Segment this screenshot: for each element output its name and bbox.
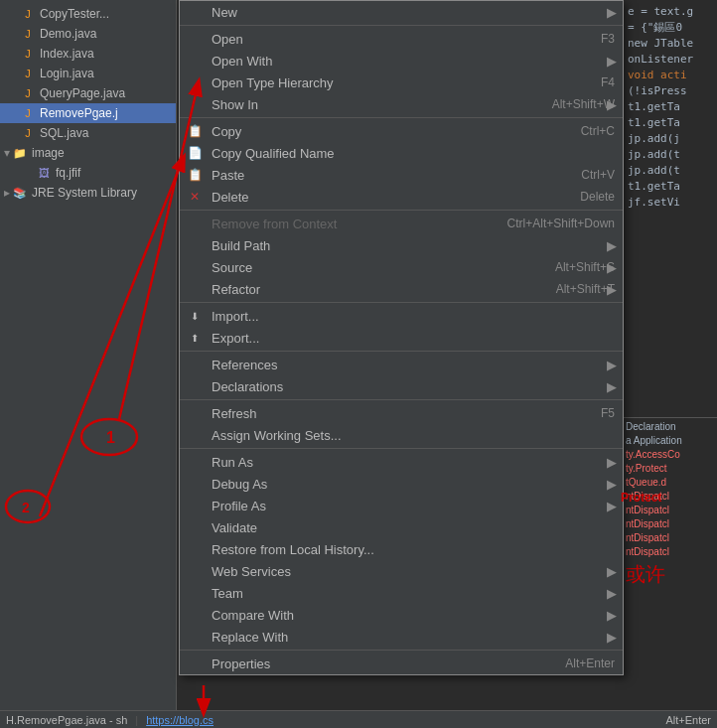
menu-item-open-type-hierarchy-shortcut: F4 bbox=[601, 75, 615, 89]
menu-separator-1 bbox=[180, 25, 623, 26]
menu-item-open[interactable]: Open F3 bbox=[180, 28, 623, 50]
image-file-icon: 🖼 bbox=[36, 165, 52, 181]
sidebar-item-copytester[interactable]: J CopyTester... bbox=[0, 4, 176, 24]
menu-item-copy-qualified-name[interactable]: 📄 Copy Qualified Name bbox=[180, 142, 623, 164]
menu-item-copy-qualified-name-label: Copy Qualified Name bbox=[212, 146, 615, 161]
menu-item-new[interactable]: New ▶ bbox=[180, 1, 623, 23]
menu-item-properties[interactable]: Properties Alt+Enter bbox=[180, 653, 623, 674]
menu-item-debug-as-label: Debug As bbox=[212, 477, 615, 492]
menu-item-delete-shortcut: Delete bbox=[580, 190, 615, 204]
sidebar-item-login[interactable]: J Login.java bbox=[0, 64, 176, 83]
menu-item-assign-working-sets[interactable]: Assign Working Sets... bbox=[180, 424, 623, 446]
menu-item-open-with[interactable]: Open With ▶ bbox=[180, 50, 623, 72]
sidebar-item-label: Login.java bbox=[40, 67, 94, 80]
status-bar-link[interactable]: https://blog.cs bbox=[146, 714, 214, 726]
code-line-4: onListener bbox=[628, 52, 713, 68]
submenu-arrow-icon: ▶ bbox=[607, 358, 617, 372]
menu-separator-7 bbox=[180, 448, 623, 449]
submenu-arrow-icon: ▶ bbox=[607, 586, 617, 601]
menu-item-paste[interactable]: 📋 Paste Ctrl+V bbox=[180, 164, 623, 186]
menu-item-import[interactable]: ⬇ Import... bbox=[180, 305, 623, 327]
menu-item-show-in[interactable]: Show In Alt+Shift+W ▶ bbox=[180, 93, 623, 115]
menu-item-debug-as[interactable]: Debug As ▶ bbox=[180, 473, 623, 495]
menu-item-refresh[interactable]: Refresh F5 bbox=[180, 402, 623, 424]
java-file-icon: J bbox=[20, 125, 36, 141]
export-icon: ⬆ bbox=[186, 329, 204, 347]
submenu-arrow-icon: ▶ bbox=[607, 608, 617, 623]
sidebar-item-demo[interactable]: J Demo.java bbox=[0, 24, 176, 44]
menu-item-profile-as[interactable]: Profile As ▶ bbox=[180, 495, 623, 516]
menu-item-open-type-hierarchy[interactable]: Open Type Hierarchy F4 bbox=[180, 72, 623, 93]
menu-item-web-services[interactable]: Web Services ▶ bbox=[180, 560, 623, 582]
menu-item-paste-shortcut: Ctrl+V bbox=[581, 168, 615, 182]
decl-line-10: ntDispatcl bbox=[626, 545, 715, 559]
menu-item-copy-shortcut: Ctrl+C bbox=[581, 124, 615, 138]
submenu-arrow-icon: ▶ bbox=[607, 260, 617, 275]
menu-item-refresh-shortcut: F5 bbox=[601, 406, 615, 420]
menu-item-properties-label: Properties bbox=[212, 656, 541, 671]
menu-item-show-in-shortcut: Alt+Shift+W bbox=[552, 97, 615, 111]
menu-item-compare-with[interactable]: Compare With ▶ bbox=[180, 604, 623, 626]
submenu-arrow-icon: ▶ bbox=[607, 97, 617, 112]
menu-item-copy[interactable]: 📋 Copy Ctrl+C bbox=[180, 120, 623, 142]
menu-item-restore-local-history-label: Restore from Local History... bbox=[212, 542, 615, 557]
menu-item-refresh-label: Refresh bbox=[212, 406, 577, 421]
import-icon: ⬇ bbox=[186, 307, 204, 325]
sidebar-item-image[interactable]: ▾ 📁 image bbox=[0, 143, 176, 163]
copy-qualified-icon: 📄 bbox=[186, 144, 204, 162]
menu-item-export[interactable]: ⬆ Export... bbox=[180, 327, 623, 349]
menu-item-source[interactable]: Source Alt+Shift+S ▶ bbox=[180, 256, 623, 278]
code-line-8: t1.getTa bbox=[628, 115, 713, 131]
menu-item-delete-label: Delete bbox=[212, 190, 556, 205]
menu-item-refactor[interactable]: Refactor Alt+Shift+T ▶ bbox=[180, 278, 623, 300]
submenu-arrow-icon: ▶ bbox=[607, 477, 617, 492]
java-file-icon: J bbox=[20, 6, 36, 22]
submenu-arrow-icon: ▶ bbox=[607, 238, 617, 253]
menu-item-new-label: New bbox=[212, 5, 615, 20]
menu-item-source-label: Source bbox=[212, 260, 531, 275]
library-icon: 📚 bbox=[12, 185, 28, 201]
menu-item-open-with-label: Open With bbox=[212, 54, 615, 69]
menu-item-web-services-label: Web Services bbox=[212, 564, 615, 579]
menu-separator-8 bbox=[180, 650, 623, 651]
submenu-arrow-icon: ▶ bbox=[607, 282, 617, 297]
sidebar-item-jre[interactable]: ▸ 📚 JRE System Library bbox=[0, 183, 176, 203]
code-line-5: void acti bbox=[628, 68, 713, 83]
sidebar-item-index[interactable]: J Index.java bbox=[0, 44, 176, 64]
menu-item-replace-with[interactable]: Replace With ▶ bbox=[180, 626, 623, 648]
decl-line-8: ntDispatcl bbox=[626, 517, 715, 531]
submenu-arrow-icon: ▶ bbox=[607, 630, 617, 645]
delete-icon: ✕ bbox=[186, 188, 204, 206]
menu-separator-3 bbox=[180, 210, 623, 211]
menu-item-validate[interactable]: Validate bbox=[180, 516, 623, 538]
menu-item-export-label: Export... bbox=[212, 331, 615, 346]
menu-item-references[interactable]: References ▶ bbox=[180, 354, 623, 375]
submenu-arrow-icon: ▶ bbox=[607, 54, 617, 69]
code-line-12: t1.getTa bbox=[628, 179, 713, 195]
menu-item-restore-local-history[interactable]: Restore from Local History... bbox=[180, 538, 623, 560]
sidebar-item-removepage[interactable]: J RemovePgae.j bbox=[0, 103, 176, 123]
java-file-icon: J bbox=[20, 46, 36, 62]
sidebar-item-sql[interactable]: J SQL.java bbox=[0, 123, 176, 143]
menu-item-declarations[interactable]: Declarations ▶ bbox=[180, 375, 623, 397]
menu-item-delete[interactable]: ✕ Delete Delete bbox=[180, 186, 623, 208]
sidebar-item-querypage[interactable]: J QueryPage.java bbox=[0, 83, 176, 103]
menu-item-remove-context-shortcut: Ctrl+Alt+Shift+Down bbox=[507, 217, 615, 230]
menu-item-team-label: Team bbox=[212, 586, 615, 601]
context-menu: New ▶ Open F3 Open With ▶ Open Type Hier… bbox=[179, 0, 624, 675]
menu-item-references-label: References bbox=[212, 358, 615, 372]
sidebar-item-label: Index.java bbox=[40, 47, 94, 61]
sidebar-item-fqjfif[interactable]: 🖼 fq.jfif bbox=[0, 163, 176, 183]
menu-item-team[interactable]: Team ▶ bbox=[180, 582, 623, 604]
decl-line-5: tQueue.d bbox=[626, 476, 715, 490]
decl-line-9: ntDispatcl bbox=[626, 531, 715, 545]
menu-item-run-as[interactable]: Run As ▶ bbox=[180, 451, 623, 473]
sidebar-item-label: QueryPage.java bbox=[40, 86, 125, 100]
menu-item-build-path[interactable]: Build Path ▶ bbox=[180, 234, 623, 256]
menu-item-declarations-label: Declarations bbox=[212, 379, 615, 394]
file-tree-sidebar: J CopyTester... J Demo.java J Index.java… bbox=[0, 0, 177, 728]
code-line-2: = {"錫區0 bbox=[628, 20, 713, 36]
decl-line-3: ty.AccessCo bbox=[626, 448, 715, 462]
sidebar-item-label: image bbox=[32, 146, 65, 160]
menu-item-run-as-label: Run As bbox=[212, 455, 615, 470]
